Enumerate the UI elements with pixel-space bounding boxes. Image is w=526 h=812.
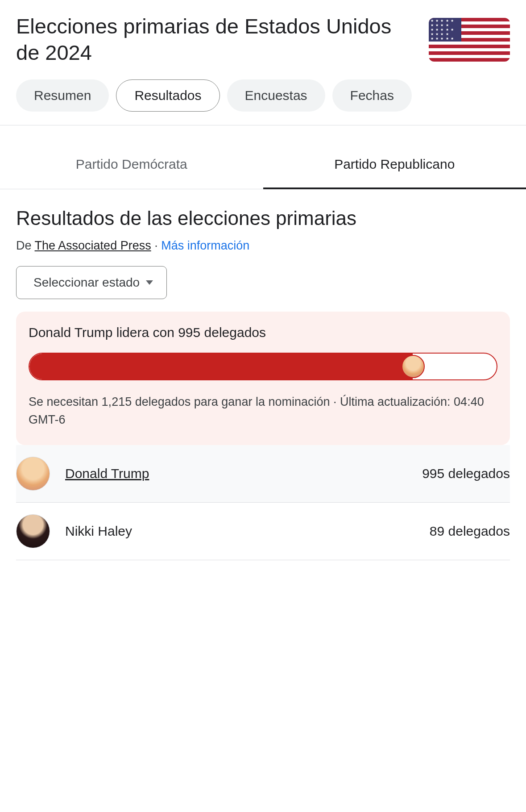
leader-headline: Donald Trump lidera con 995 delegados — [29, 325, 497, 340]
candidate-row[interactable]: Donald Trump995 delegados — [16, 445, 510, 503]
progress-avatar — [402, 355, 425, 378]
source-prefix: De — [16, 239, 35, 252]
chip-resultados[interactable]: Resultados — [116, 79, 220, 112]
filter-chips: Resumen Resultados Encuestas Fechas — [0, 75, 526, 125]
delegate-progress — [29, 353, 497, 380]
state-select-dropdown[interactable]: Seleccionar estado — [16, 266, 167, 299]
chip-encuestas[interactable]: Encuestas — [227, 79, 325, 112]
more-options-icon[interactable] — [405, 34, 415, 45]
candidate-row[interactable]: Nikki Haley89 delegados — [16, 503, 510, 560]
candidate-avatar — [16, 457, 50, 491]
results-more-icon[interactable] — [499, 209, 510, 220]
candidate-delegates: 89 delegados — [430, 524, 510, 539]
candidate-delegates: 995 delegados — [422, 466, 510, 481]
divider — [0, 125, 526, 125]
chevron-down-icon — [146, 280, 153, 285]
results-title: Resultados de las elecciones primarias — [16, 205, 499, 231]
candidate-name[interactable]: Nikki Haley — [65, 524, 414, 539]
leader-card: Donald Trump lidera con 995 delegados Se… — [16, 312, 510, 445]
state-select-label: Seleccionar estado — [33, 275, 140, 290]
page-title: Elecciones primarias de Estados Unidos d… — [16, 13, 396, 66]
party-tabs: Partido Demócrata Partido Republicano — [0, 143, 526, 189]
source-name[interactable]: The Associated Press — [35, 239, 151, 252]
us-flag-icon — [429, 18, 510, 62]
chip-resumen[interactable]: Resumen — [16, 79, 109, 112]
source-sep: · — [151, 239, 162, 252]
source-line: De The Associated Press · Más informació… — [16, 239, 510, 253]
leader-subtext: Se necesitan 1,215 delegados para ganar … — [29, 393, 497, 429]
tab-democrat[interactable]: Partido Demócrata — [0, 143, 263, 189]
chip-fechas[interactable]: Fechas — [332, 79, 412, 112]
candidate-list: Donald Trump995 delegadosNikki Haley89 d… — [16, 445, 510, 560]
candidate-avatar — [16, 514, 50, 548]
tab-republican[interactable]: Partido Republicano — [263, 143, 526, 189]
candidate-name[interactable]: Donald Trump — [65, 466, 407, 481]
more-info-link[interactable]: Más información — [161, 239, 249, 252]
